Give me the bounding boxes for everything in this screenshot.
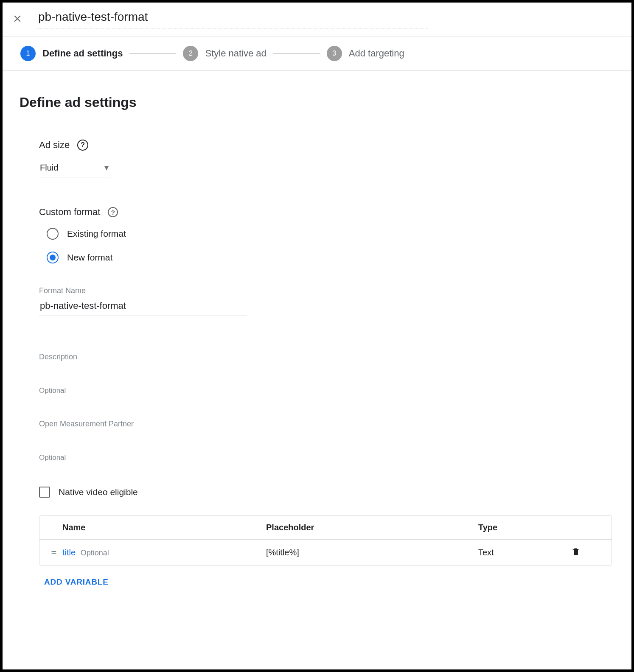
field-label: Format Name [39, 286, 612, 295]
ad-size-dropdown[interactable]: Fluid ▾ [39, 161, 111, 177]
delete-icon[interactable] [563, 547, 589, 558]
radio-existing-format[interactable]: Existing format [47, 228, 612, 240]
col-type: Type [478, 523, 563, 532]
description-input[interactable] [39, 364, 489, 382]
step-number-icon: 1 [20, 46, 36, 61]
description-field: Description Optional [39, 353, 612, 395]
chevron-down-icon: ▾ [104, 162, 109, 173]
creative-title-input[interactable] [37, 8, 428, 28]
custom-format-label-row: Custom format ? [39, 207, 612, 218]
stepper: 1 Define ad settings 2 Style native ad 3… [3, 36, 631, 71]
radio-icon [47, 228, 59, 240]
add-variable-button[interactable]: ADD VARIABLE [44, 577, 109, 587]
step-number-icon: 3 [327, 46, 342, 61]
section-title: Define ad settings [3, 71, 631, 125]
col-placeholder: Placeholder [266, 523, 478, 532]
step-label: Define ad settings [42, 48, 123, 59]
radio-new-format[interactable]: New format [47, 252, 612, 263]
field-label: Description [39, 353, 612, 361]
native-video-checkbox-row[interactable]: Native video eligible [39, 487, 612, 498]
om-partner-input[interactable] [39, 431, 247, 449]
custom-format-label: Custom format [39, 207, 100, 218]
col-name: Name [62, 523, 266, 532]
variable-name-link[interactable]: title [62, 548, 76, 557]
field-hint: Optional [39, 386, 612, 395]
radio-label: New format [67, 252, 112, 263]
checkbox-label: Native video eligible [59, 487, 138, 497]
drag-handle-icon[interactable]: = [44, 547, 62, 558]
stepper-connector [273, 53, 320, 54]
dropdown-value: Fluid [40, 163, 58, 173]
radio-label: Existing format [67, 229, 126, 239]
ad-size-label-row: Ad size ? [39, 140, 612, 151]
table-row: = title Optional [%title%] Text [39, 540, 612, 565]
variable-optional-tag: Optional [81, 549, 109, 557]
step-add-targeting[interactable]: 3 Add targeting [327, 46, 404, 61]
field-hint: Optional [39, 454, 612, 462]
step-number-icon: 2 [183, 46, 198, 61]
variable-name-cell: title Optional [62, 548, 266, 557]
divider [3, 192, 631, 192]
step-define-ad-settings[interactable]: 1 Define ad settings [20, 46, 123, 61]
help-icon[interactable]: ? [108, 207, 118, 217]
radio-icon [47, 252, 59, 263]
om-partner-field: Open Measurement Partner Optional [39, 420, 612, 462]
custom-format-radio-group: Existing format New format [47, 228, 612, 263]
close-icon[interactable] [12, 13, 23, 24]
ad-size-label: Ad size [39, 140, 70, 151]
step-label: Style native ad [205, 48, 266, 59]
step-style-native-ad[interactable]: 2 Style native ad [183, 46, 266, 61]
checkbox-icon [39, 487, 50, 498]
field-label: Open Measurement Partner [39, 420, 612, 428]
stepper-connector [129, 53, 176, 54]
help-icon[interactable]: ? [77, 140, 88, 151]
variable-placeholder-cell: [%title%] [266, 548, 478, 557]
table-header-row: Name Placeholder Type [39, 516, 612, 540]
step-label: Add targeting [349, 48, 404, 59]
settings-card: Ad size ? Fluid ▾ Custom format ? Existi… [26, 125, 631, 587]
format-name-field: Format Name [39, 286, 612, 316]
variables-table: Name Placeholder Type = title Optional [… [39, 515, 612, 566]
format-name-input[interactable] [39, 298, 247, 316]
variable-type-cell: Text [478, 548, 563, 557]
page-header [3, 3, 631, 36]
